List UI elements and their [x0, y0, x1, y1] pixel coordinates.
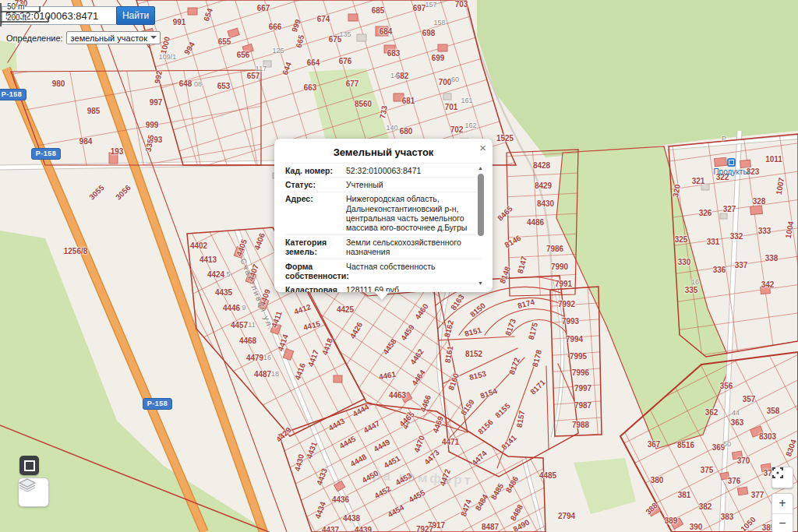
field-label: Кад. номер:: [285, 166, 344, 175]
cadastral-map-app: 7309911000994109/19926480865365465565665…: [0, 0, 798, 532]
extent-icon: [24, 460, 35, 471]
parcel-info-popup: Земельный участок × Кад. номер: 52:32:01…: [274, 139, 493, 292]
popup-title: Земельный участок: [285, 146, 482, 158]
field-value: Учтенный: [344, 180, 482, 189]
scale-metric: 50 m: [7, 2, 24, 11]
field-label: Адрес:: [285, 194, 344, 233]
popup-field-row: Категория земель: Земли сельскохозяйстве…: [285, 234, 482, 259]
poi-shop-label: Продукты: [713, 167, 748, 176]
fullscreen-icon: [772, 467, 783, 478]
popup-pointer: [374, 291, 390, 300]
layers-icon: [19, 478, 36, 492]
shop-icon: [727, 158, 736, 167]
field-value: Земли сельскохозяйственного назначения: [344, 238, 482, 257]
popup-field-row: Адрес: Нижегородская область, Дальнеконс…: [285, 192, 482, 235]
popup-field-row: Кад. номер: 52:32:0100063:8471: [285, 163, 482, 177]
popup-scrollbar[interactable]: ▲ ▼: [476, 165, 486, 286]
chevron-down-icon: [150, 36, 157, 42]
field-value: 128111.69 руб: [344, 285, 482, 292]
road-shield: Р-158: [31, 148, 61, 160]
field-label: Статус:: [285, 180, 344, 189]
field-label: Кадастровая стоимость:: [285, 285, 344, 292]
scrollbar-thumb[interactable]: [478, 174, 484, 236]
road-shield: Р-158: [143, 398, 172, 410]
field-value: Нижегородская область, Дальнеконстантино…: [344, 194, 482, 233]
field-value: Частная собственность: [344, 262, 482, 281]
fullscreen-button[interactable]: [772, 467, 793, 488]
extent-select-button[interactable]: [19, 456, 39, 475]
definition-row: Определение: земельный участок: [6, 31, 161, 44]
definition-select-value: земельный участок: [71, 33, 147, 43]
popup-field-row: Форма собственности: Частная собственнос…: [285, 259, 482, 283]
field-label: Категория земель:: [285, 238, 344, 257]
popup-field-row: Статус: Учтенный: [285, 177, 482, 191]
field-label: Форма собственности:: [285, 262, 344, 281]
definition-label: Определение:: [6, 33, 63, 43]
definition-select[interactable]: земельный участок: [66, 31, 161, 44]
field-value: 52:32:0100063:8471: [344, 166, 482, 175]
road-shield: Р-158: [0, 89, 26, 100]
poi-shop: Продукты: [696, 158, 766, 176]
zoom-in-button[interactable]: +: [772, 494, 793, 514]
scale-imperial: 200 ft: [7, 13, 26, 22]
scale-bar: 50 m 200 ft: [0, 0, 65, 28]
scroll-up-icon[interactable]: ▲: [478, 165, 483, 171]
scroll-down-icon[interactable]: ▼: [478, 280, 483, 286]
close-icon[interactable]: ×: [479, 142, 486, 153]
layers-button[interactable]: [18, 477, 49, 507]
zoom-control: + −: [772, 493, 793, 532]
zoom-out-button[interactable]: −: [772, 514, 793, 532]
search-button[interactable]: Найти: [116, 6, 155, 25]
